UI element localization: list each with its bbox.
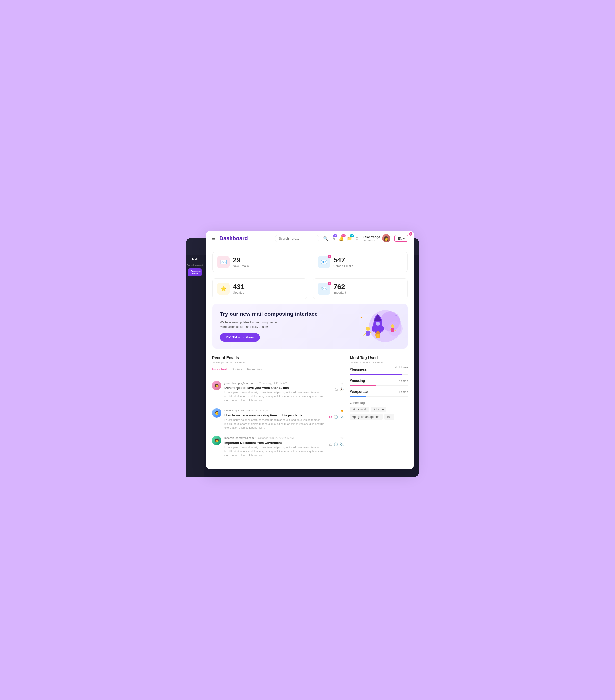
important-label: Important [333,291,346,295]
email-time-1: Yesterday, at 11:24 AM [259,382,287,385]
unread-emails-icon: 📧 [321,259,327,265]
email-star-2[interactable]: ★ [340,408,344,413]
email-body-2: kevinhard@mail.com • 24 min ago How to m… [224,408,326,429]
sidebar-strip: Mail Admin Dashboard Compose Email [186,255,204,477]
email-meta-3: machelgreen@mail.com • October 25th, 202… [224,436,326,440]
most-tag-panel: Most Tag Used Lorem ipsum dolor sit amet… [347,352,411,464]
email-body-3: machelgreen@mail.com • October 25th, 202… [224,436,326,457]
card-user-role: Superadmin [363,239,380,241]
tag-chip-projectmanagement[interactable]: #projectmanagement [350,414,383,420]
tag-bar-fill-meeting [350,385,376,386]
recent-emails-title: Recent Emails [212,355,344,360]
email-archive-icon-1[interactable]: 🗂 [334,387,338,391]
email-tabs: Important Socials Promotion [212,367,344,374]
important-info: 762 Important [333,283,346,295]
tab-promotion[interactable]: Promotion [247,367,262,374]
important-icon: 📨 [321,286,327,292]
email-item-1: 👩 joannahsitepu@mail.com • Yesterday, at… [212,378,344,405]
updates-num: 431 [233,283,245,290]
lang-button-card[interactable]: EN ▾ [394,235,408,242]
card-hamburger-icon[interactable]: ☰ [212,236,216,241]
tag-count-business: 452 times [395,366,408,369]
new-emails-label: New Emails [233,264,249,268]
email-subject-1: Dont forget to save your work after 10 m… [224,386,332,390]
email-archive-icon-2[interactable]: 🗂 [329,415,332,419]
card-user-section: Zeke Yeaga Superadmin 👩 [363,234,391,242]
tag-chip-design[interactable]: #design [371,407,386,412]
tag-count-corporate: 61 times [397,390,408,394]
tag-chip-teamwork[interactable]: #teamwork [350,407,369,412]
card-gear-icon[interactable]: ⚙ [355,236,359,241]
bottom-section: Recent Emails Lorem ipsum dolor sit amet… [206,352,414,470]
card-bell-count: 12 [341,234,346,237]
app-sub: Admin Dashboard [187,264,203,266]
email-item-2: 👨 kevinhard@mail.com • 24 min ago How to… [212,405,344,433]
card-icon-group: ★ 38 🔔 12 📁 67 ⚙ [332,236,359,241]
tab-socials[interactable]: Socials [232,367,242,374]
card-folder-badge[interactable]: 📁 67 [347,236,352,241]
email-time-2: 24 min ago [254,409,267,412]
unread-emails-info: 547 Unread Emails [333,257,353,268]
compose-button-sidebar[interactable]: Compose Email [188,268,201,276]
stat-card-unread-emails: 📧 ! 547 Unread Emails [313,252,407,272]
tag-bar-bg-corporate [350,396,408,397]
card-search-input[interactable] [274,235,319,242]
email-star-1[interactable]: ☆ [340,381,344,386]
email-clock-icon-1[interactable]: 🕐 [340,387,344,391]
tag-bars: #business 452 times #meeting 97 times [350,367,408,397]
email-archive-icon-3[interactable]: 🗂 [329,442,332,446]
tag-chip-more[interactable]: 16+ [384,414,394,420]
email-attachment-icon-3[interactable]: 📎 [340,442,344,446]
email-preview-1: Lorem ipsum dolor sit amet, consectetur … [224,391,332,402]
email-actions-3: ☆ 🗂 🕐 📎 [329,436,344,446]
card-user-name: Zeke Yeaga [363,235,380,239]
stat-card-new-emails: ✉️ ! 29 New Emails [212,252,307,272]
card-bell-badge[interactable]: 🔔 12 [339,236,344,241]
unread-emails-badge: ! [328,255,331,258]
important-num: 762 [333,283,346,290]
tag-label-meeting: #meeting [350,378,365,383]
email-icons-1: 🗂 🕐 [334,387,344,391]
tab-important[interactable]: Important [212,367,227,374]
updates-icon: ⭐ [220,286,227,292]
email-meta-1: joannahsitepu@mail.com • Yesterday, at 1… [224,381,332,385]
important-badge: ! [328,282,331,285]
promo-title: Try our new mail composing interface [220,311,400,318]
promo-banner: Try our new mail composing interface We … [212,304,407,349]
new-emails-icon: ✉️ [220,259,227,265]
card-dashboard-title: Dashboard [219,235,271,241]
tag-label-corporate: #corporate [350,390,368,394]
email-clock-icon-3[interactable]: 🕐 [334,442,338,446]
email-from-2: kevinhard@mail.com [224,409,250,412]
new-emails-info: 29 New Emails [233,257,249,268]
email-avatar-3: 🧑 [212,436,221,445]
email-actions-1: ☆ 🗂 🕐 [334,381,344,391]
most-tag-title: Most Tag Used [350,355,408,360]
tag-bar-meeting: #meeting 97 times [350,378,408,386]
email-actions-2: ★ 🗂 🕐 📎 [329,408,344,419]
email-body-1: joannahsitepu@mail.com • Yesterday, at 1… [224,381,332,402]
unread-emails-num: 547 [333,257,353,263]
card-search-icon[interactable]: 🔍 [323,236,328,241]
email-clock-icon-2[interactable]: 🕐 [334,415,338,419]
new-emails-num: 29 [233,257,249,263]
unread-emails-label: Unread Emails [333,264,353,268]
stats-grid: ✉️ ! 29 New Emails 📧 [211,250,409,301]
promo-desc: We have new updates to composing method.… [220,320,284,329]
new-emails-icon-wrap: ✉️ ! [217,256,230,268]
promo-text: Try our new mail composing interface We … [220,311,400,342]
email-attachment-icon-2[interactable]: 📎 [340,415,344,419]
recent-emails-panel: Recent Emails Lorem ipsum dolor sit amet… [209,352,347,464]
email-time-3: October 25th, 2020 08:55 AM [258,437,294,439]
email-meta-2: kevinhard@mail.com • 24 min ago [224,408,326,413]
card-star-badge[interactable]: ★ 38 [332,236,336,241]
email-item-3: 🧑 machelgreen@mail.com • October 25th, 2… [212,433,344,460]
card-avatar: 👩 [382,234,391,242]
email-avatar-1: 👩 [212,381,221,390]
promo-button[interactable]: OK! Take me there [220,333,260,342]
email-icons-3: 🗂 🕐 📎 [329,442,344,446]
tag-bar-fill-business [350,374,402,375]
stat-card-important: 📨 ! 762 Important [313,278,407,299]
email-star-3[interactable]: ☆ [340,436,344,440]
screen-wrapper: ☰ Dashboard ★ 38 🔔 12 📁 67 ⚙ Zeke Yeaga … [201,230,414,469]
